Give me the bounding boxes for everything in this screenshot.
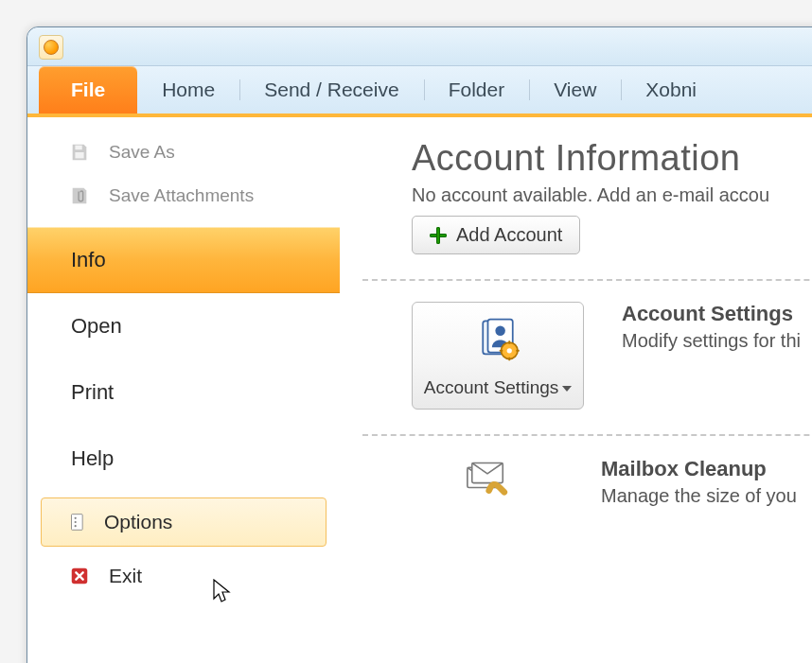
titlebar — [27, 27, 812, 66]
chevron-down-icon — [562, 386, 572, 392]
svg-point-9 — [495, 326, 505, 337]
plus-icon — [430, 227, 447, 244]
page-title: Account Information — [412, 138, 812, 179]
tab-xobni[interactable]: Xobni — [621, 66, 721, 113]
backstage-save-attachments-label: Save Attachments — [109, 185, 254, 206]
add-account-button[interactable]: Add Account — [412, 216, 580, 254]
backstage-help[interactable]: Help — [27, 426, 340, 492]
save-as-icon — [67, 140, 92, 165]
account-settings-heading: Account Settings — [622, 302, 801, 326]
tab-view[interactable]: View — [529, 66, 621, 113]
options-icon — [68, 512, 89, 532]
svg-point-5 — [75, 525, 77, 527]
tab-home[interactable]: Home — [137, 66, 239, 113]
backstage-exit-label: Exit — [109, 565, 142, 587]
backstage-save-as: Save As — [27, 131, 340, 174]
account-settings-icon — [471, 316, 524, 369]
backstage-options[interactable]: Options — [41, 497, 327, 547]
mailbox-cleanup-row: Mailbox Cleanup Manage the size of you — [412, 457, 812, 510]
mailbox-cleanup-desc: Manage the size of you — [601, 485, 797, 507]
backstage-open-label: Open — [71, 314, 122, 339]
outlook-logo-icon — [44, 40, 59, 55]
mailbox-cleanup-icon — [459, 457, 516, 510]
backstage-info-label: Info — [71, 248, 106, 272]
account-settings-button-label: Account Settings — [424, 377, 559, 397]
account-settings-desc: Modify settings for thi — [622, 330, 801, 352]
outlook-app-icon[interactable] — [39, 35, 63, 60]
backstage-save-as-label: Save As — [109, 142, 175, 163]
tab-file[interactable]: File — [39, 66, 137, 113]
account-settings-button[interactable]: Account Settings — [412, 302, 584, 410]
backstage-exit[interactable]: Exit — [27, 552, 340, 600]
svg-rect-1 — [75, 152, 83, 158]
app-window: File Home Send / Receive Folder View Xob… — [26, 26, 812, 663]
save-attachments-icon — [67, 183, 92, 208]
svg-point-11 — [507, 348, 512, 353]
divider — [362, 279, 812, 281]
page-subtext: No account available. Add an e-mail acco… — [412, 184, 812, 206]
account-settings-row: Account Settings Account Settings Modify… — [412, 302, 812, 410]
backstage-open[interactable]: Open — [27, 293, 340, 359]
exit-icon — [67, 564, 92, 588]
tab-folder[interactable]: Folder — [424, 66, 530, 113]
svg-rect-0 — [75, 146, 81, 150]
svg-point-3 — [75, 517, 77, 519]
svg-rect-2 — [72, 515, 83, 531]
tab-send-receive[interactable]: Send / Receive — [239, 66, 423, 113]
backstage-print[interactable]: Print — [27, 359, 340, 426]
add-account-label: Add Account — [456, 224, 562, 246]
backstage-save-attachments: Save Attachments — [27, 174, 340, 218]
svg-point-4 — [75, 521, 77, 523]
divider — [362, 434, 812, 436]
backstage-print-label: Print — [71, 380, 114, 405]
backstage-info[interactable]: Info — [27, 227, 340, 293]
backstage-help-label: Help — [71, 446, 114, 471]
backstage-nav: Save As Save Attachments Info Open Print — [27, 117, 341, 663]
backstage-options-label: Options — [104, 511, 172, 533]
content-pane: Account Information No account available… — [340, 117, 812, 663]
work-area: Save As Save Attachments Info Open Print — [27, 117, 812, 663]
ribbon-tabs: File Home Send / Receive Folder View Xob… — [27, 66, 812, 117]
mailbox-cleanup-heading: Mailbox Cleanup — [601, 457, 797, 481]
